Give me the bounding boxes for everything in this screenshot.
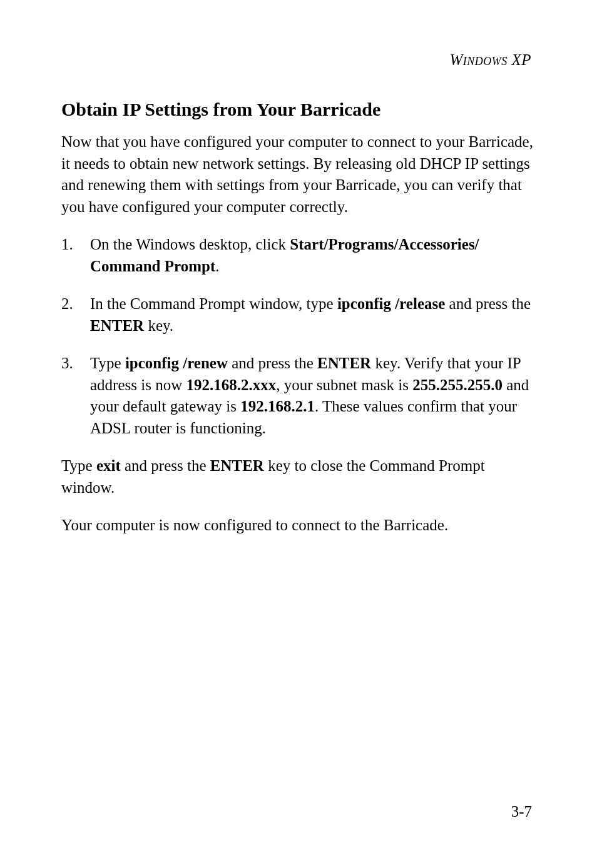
bold-run: 255.255.255.0 (412, 376, 503, 393)
running-header-text: Windows XP (449, 51, 531, 68)
step-number: 3. (61, 353, 90, 439)
step-3: 3. Type ipconfig /renew and press the EN… (61, 353, 534, 439)
bold-run: exit (96, 457, 121, 474)
bold-run: ENTER (210, 457, 264, 474)
bold-run: ipconfig /renew (125, 355, 228, 371)
steps-list: 1. On the Windows desktop, click Start/P… (61, 234, 534, 439)
text-run: and press the (121, 457, 210, 474)
bold-run: ENTER (90, 317, 144, 334)
text-run: In the Command Prompt window, type (90, 295, 337, 312)
text-run: Type (61, 457, 96, 474)
intro-paragraph: Now that you have configured your comput… (61, 131, 534, 218)
text-run: and press the (228, 355, 317, 371)
bold-run: ENTER (317, 355, 371, 371)
bold-run: 192.168.2.xxx (186, 376, 276, 393)
step-number: 2. (61, 293, 90, 336)
text-run: , your subnet mask is (276, 376, 412, 393)
text-run: On the Windows desktop, click (90, 236, 290, 253)
final-paragraph: Your computer is now configured to conne… (61, 515, 534, 537)
text-run: key. (144, 317, 173, 334)
step-1: 1. On the Windows desktop, click Start/P… (61, 234, 534, 277)
page-container: Windows XP Obtain IP Settings from Your … (0, 0, 597, 868)
text-run: . (215, 258, 219, 275)
page-number: 3-7 (511, 803, 532, 820)
text-run: and press the (445, 295, 531, 312)
section-heading: Obtain IP Settings from Your Barricade (13, 99, 534, 120)
step-text: Type ipconfig /renew and press the ENTER… (90, 353, 534, 439)
running-header: Windows XP (61, 51, 534, 69)
bold-run: 192.168.2.1 (240, 398, 315, 415)
step-text: In the Command Prompt window, type ipcon… (90, 293, 534, 336)
exit-paragraph: Type exit and press the ENTER key to clo… (61, 455, 534, 498)
step-text: On the Windows desktop, click Start/Prog… (90, 234, 534, 277)
bold-run: ipconfig /release (337, 295, 445, 312)
step-number: 1. (61, 234, 90, 277)
text-run: Type (90, 355, 125, 371)
step-2: 2. In the Command Prompt window, type ip… (61, 293, 534, 336)
